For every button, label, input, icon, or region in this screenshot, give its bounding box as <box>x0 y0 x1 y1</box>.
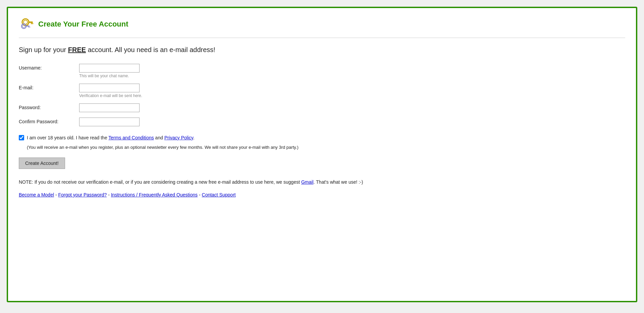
password-row: Password: <box>19 103 625 112</box>
checkbox-post: . <box>193 135 195 140</box>
note-post: . That's what we use! :-) <box>314 179 363 185</box>
confirm-password-field-group <box>79 118 140 126</box>
sep1: - <box>54 192 58 197</box>
password-input[interactable] <box>79 103 140 112</box>
forgot-password-link[interactable]: Forgot your Password? <box>58 192 107 197</box>
tagline-highlight: FREE <box>68 46 86 53</box>
username-label: Username: <box>19 64 79 71</box>
username-hint: This will be your chat name. <box>79 74 140 78</box>
note-section: NOTE: If you do not receive our verifica… <box>19 178 625 186</box>
terms-checkbox-row: I am over 18 years old. I have read the … <box>19 134 625 141</box>
password-field-group <box>79 103 140 112</box>
keys-icon <box>19 16 35 32</box>
terms-text: I am over 18 years old. I have read the … <box>27 134 195 141</box>
become-model-link[interactable]: Become a Model <box>19 192 54 197</box>
svg-rect-4 <box>32 23 33 24</box>
password-label: Password: <box>19 103 79 110</box>
instructions-faq-link[interactable]: Instructions / Frequently Asked Question… <box>111 192 198 197</box>
svg-rect-8 <box>28 27 29 28</box>
and-text: and <box>154 135 164 140</box>
footer-links: Become a Model - Forgot your Password? -… <box>19 191 625 198</box>
page-wrapper: Create Your Free Account Sign up for you… <box>7 7 637 302</box>
checkbox-pre: I am over 18 years old. I have read the <box>27 135 108 140</box>
email-row: E-mail: Verification e-mail will be sent… <box>19 84 625 98</box>
svg-rect-9 <box>30 27 31 28</box>
email-input[interactable] <box>79 84 140 92</box>
tagline: Sign up for your FREE account. All you n… <box>19 46 625 54</box>
svg-rect-3 <box>31 23 32 24</box>
confirm-password-label: Confirm Password: <box>19 118 79 124</box>
note-pre: NOTE: If you do not receive our verifica… <box>19 179 301 185</box>
contact-support-link[interactable]: Contact Support <box>202 192 236 197</box>
registration-form: Username: This will be your chat name. E… <box>19 64 625 126</box>
username-field-group: This will be your chat name. <box>79 64 140 78</box>
gmail-link[interactable]: Gmail <box>301 179 314 185</box>
confirm-password-input[interactable] <box>79 118 140 126</box>
tagline-prefix: Sign up for your <box>19 46 68 53</box>
create-account-button[interactable]: Create Account! <box>19 158 65 169</box>
page-header: Create Your Free Account <box>19 16 625 38</box>
terms-link[interactable]: Terms and Conditions <box>108 135 154 140</box>
email-label: E-mail: <box>19 84 79 90</box>
svg-rect-7 <box>25 26 30 27</box>
username-input[interactable] <box>79 64 140 73</box>
svg-rect-2 <box>28 21 33 23</box>
username-row: Username: This will be your chat name. <box>19 64 625 78</box>
page-title: Create Your Free Account <box>38 20 128 29</box>
sep3: - <box>198 192 202 197</box>
email-field-group: Verification e-mail will be sent here. <box>79 84 142 98</box>
sep2: - <box>107 192 111 197</box>
confirm-password-row: Confirm Password: <box>19 118 625 126</box>
email-hint: Verification e-mail will be sent here. <box>79 93 142 98</box>
disclaimer-text: (You will receive an e-mail when you reg… <box>27 144 625 151</box>
terms-checkbox[interactable] <box>19 135 24 140</box>
privacy-link[interactable]: Privacy Policy <box>164 135 193 140</box>
tagline-suffix: account. All you need is an e-mail addre… <box>86 46 215 53</box>
